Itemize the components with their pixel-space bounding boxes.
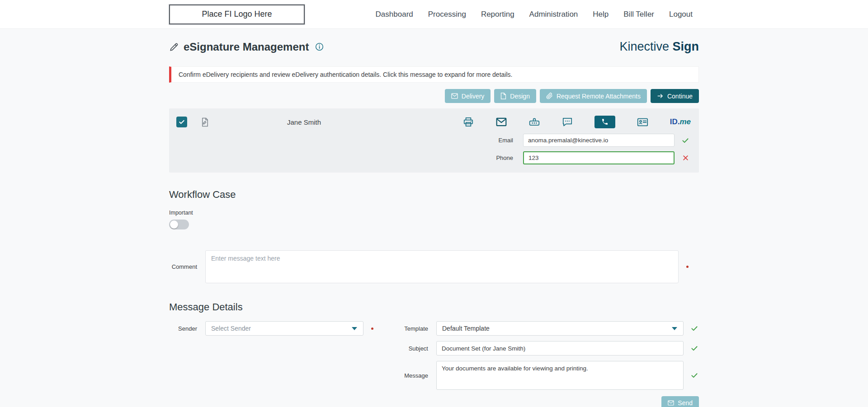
- continue-button[interactable]: Continue: [651, 89, 699, 103]
- page-header: eSignature Management Kinective Sign: [169, 40, 699, 54]
- chevron-down-icon: [671, 327, 678, 331]
- nav-user-bill-teller[interactable]: Bill Teller: [623, 10, 654, 19]
- request-remote-attachments-button[interactable]: Request Remote Attachments: [540, 89, 647, 103]
- workflow-case-heading: Workflow Case: [169, 189, 699, 201]
- template-label: Template: [400, 325, 428, 332]
- print-icon[interactable]: [462, 116, 474, 128]
- fi-logo-placeholder: Place FI Logo Here: [169, 5, 305, 24]
- sender-select-value: Select Sender: [211, 325, 251, 332]
- kinective-sign-logo: Kinective Sign: [619, 40, 699, 54]
- email-method-icon[interactable]: [495, 116, 507, 128]
- design-button-label: Design: [510, 93, 530, 100]
- important-label: Important: [169, 210, 699, 216]
- edelivery-alert-banner[interactable]: Confirm eDelivery recipients and review …: [169, 66, 699, 83]
- subject-label: Subject: [400, 345, 428, 352]
- send-button[interactable]: Send: [661, 396, 699, 407]
- phone-invalid-x-icon: [681, 154, 690, 161]
- action-toolbar: Delivery Design Request Remote Attachmen…: [169, 89, 699, 103]
- subject-valid-check-icon: [690, 344, 699, 352]
- email-label: Email: [498, 137, 513, 144]
- email-input[interactable]: [523, 134, 675, 147]
- continue-button-label: Continue: [667, 93, 693, 100]
- phone-label: Phone: [496, 154, 513, 161]
- nav-logout[interactable]: Logout: [669, 10, 693, 19]
- recipient-name: Jane Smith: [287, 118, 321, 126]
- send-envelope-icon: [668, 400, 674, 406]
- info-icon[interactable]: [315, 42, 324, 51]
- signature-pen-icon: [169, 42, 179, 52]
- password-authentication-icon[interactable]: [528, 116, 540, 128]
- email-valid-check-icon: [681, 136, 690, 145]
- id-me-logo-id: ID.: [670, 117, 680, 126]
- message-details-heading: Message Details: [169, 301, 699, 313]
- nav-dashboard[interactable]: Dashboard: [376, 10, 413, 19]
- recipient-checkbox[interactable]: [176, 117, 187, 127]
- comment-label: Comment: [169, 263, 197, 270]
- message-label: Message: [400, 372, 428, 379]
- nav-help[interactable]: Help: [593, 10, 609, 19]
- arrow-right-icon: [657, 93, 664, 99]
- chevron-down-icon: [351, 327, 358, 331]
- nav-processing[interactable]: Processing: [428, 10, 466, 19]
- message-valid-check-icon: [690, 371, 699, 379]
- comment-textarea[interactable]: [205, 250, 679, 283]
- template-valid-check-icon: [690, 324, 699, 332]
- delivery-method-icons: ID.me: [462, 116, 691, 128]
- id-me-logo-me: me: [679, 117, 691, 126]
- page: Place FI Logo Here Dashboard Processing …: [0, 0, 868, 407]
- phone-method-icon-active[interactable]: [594, 116, 615, 128]
- document-file-icon[interactable]: [200, 117, 210, 127]
- recipient-panel: Jane Smith: [169, 108, 699, 173]
- nav-administration[interactable]: Administration: [529, 10, 578, 19]
- nav-reporting[interactable]: Reporting: [481, 10, 514, 19]
- brand-name: Kinective: [619, 40, 669, 53]
- design-button[interactable]: Design: [494, 89, 536, 103]
- template-select-value: Default Template: [442, 325, 490, 332]
- template-select[interactable]: Default Template: [436, 321, 684, 336]
- page-title: eSignature Management: [184, 41, 309, 53]
- toggle-knob: [170, 220, 178, 229]
- sender-select[interactable]: Select Sender: [205, 321, 363, 336]
- paperclip-icon: [546, 93, 553, 99]
- document-design-icon: [500, 93, 506, 99]
- id-me-logo[interactable]: ID.me: [670, 117, 691, 126]
- alert-text: Confirm eDelivery recipients and review …: [179, 71, 512, 78]
- top-nav-bar: Place FI Logo Here Dashboard Processing …: [0, 0, 868, 29]
- request-remote-attachments-label: Request Remote Attachments: [557, 93, 641, 100]
- sender-label: Sender: [169, 325, 197, 332]
- fi-logo-text: Place FI Logo Here: [202, 9, 272, 19]
- important-toggle[interactable]: [169, 220, 189, 229]
- phone-input[interactable]: [523, 151, 675, 164]
- subject-input[interactable]: [436, 341, 684, 356]
- brand-product: Sign: [673, 40, 699, 53]
- main-nav: Dashboard Processing Reporting Administr…: [376, 10, 699, 19]
- sms-chat-icon[interactable]: [561, 116, 573, 128]
- delivery-button-label: Delivery: [462, 93, 485, 100]
- comment-required-dot: [686, 266, 689, 268]
- sender-required-dot: [371, 327, 373, 330]
- delivery-button[interactable]: Delivery: [445, 89, 491, 103]
- envelope-icon: [451, 93, 458, 99]
- send-button-label: Send: [678, 399, 693, 407]
- message-textarea[interactable]: Your documents are available for viewing…: [436, 361, 684, 390]
- id-card-icon[interactable]: [637, 116, 649, 128]
